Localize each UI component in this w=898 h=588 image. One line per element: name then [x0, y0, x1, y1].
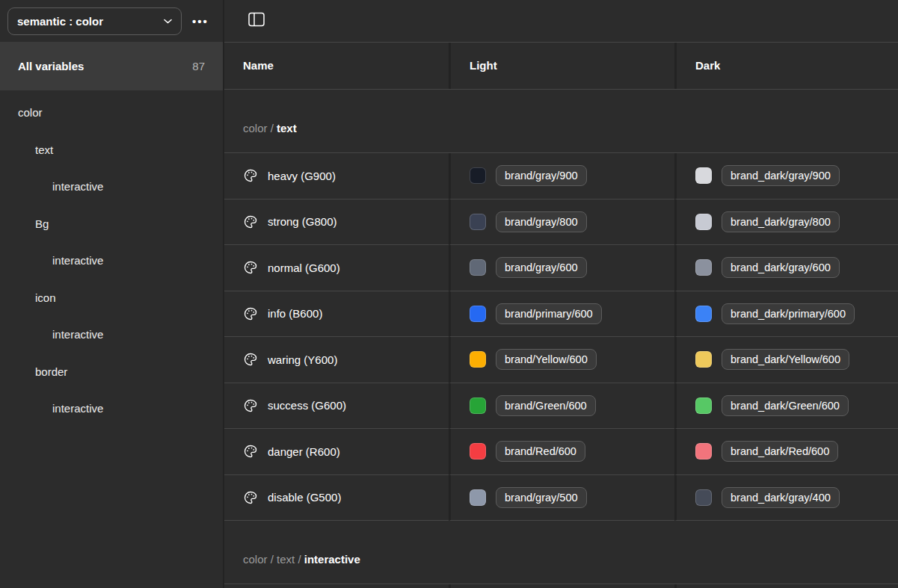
collection-selector[interactable]: semantic : color — [7, 7, 182, 35]
variable-row[interactable]: strong (G800) brand/gray/800 brand_dark/… — [224, 199, 898, 246]
light-value-cell[interactable]: brand/gray/600 — [449, 245, 674, 291]
section-breadcrumb: color / text — [243, 122, 297, 134]
dark-value-cell[interactable]: brand_dark/Red/600 — [674, 429, 898, 475]
light-chip[interactable]: brand/Red/600 — [496, 441, 585, 462]
light-value-cell[interactable]: brand/Red/600 — [449, 429, 674, 475]
variable-row[interactable]: info (B600) brand/primary/600 brand_dark… — [224, 291, 898, 338]
light-swatch[interactable] — [470, 443, 486, 459]
dark-value-cell[interactable]: brand_dark/gray/800 — [674, 199, 898, 246]
tree-item[interactable]: text — [0, 131, 223, 169]
dark-chip[interactable]: brand_dark/gray/600 — [722, 257, 840, 278]
name-cell[interactable]: info (B600) — [224, 291, 449, 338]
sidebar-layout-icon — [248, 12, 265, 29]
tree-item[interactable]: border — [0, 353, 223, 391]
name-cell[interactable]: disable (G500) — [224, 475, 449, 522]
dark-swatch[interactable] — [695, 306, 712, 322]
dark-swatch[interactable] — [695, 351, 712, 368]
tree-item-label: border — [35, 365, 67, 378]
dark-swatch[interactable] — [695, 167, 712, 184]
variable-row[interactable]: success (G600) brand/Green/600 brand_dar… — [224, 383, 898, 430]
section-breadcrumb: color / text / interactive — [243, 553, 360, 566]
variable-name: heavy (G900) — [268, 170, 336, 182]
dark-chip[interactable]: brand_dark/gray/800 — [722, 211, 840, 232]
tree-item[interactable]: interactive — [0, 316, 223, 353]
dark-value-cell[interactable]: brand_dark/gray/900 — [674, 153, 898, 199]
light-value-cell[interactable]: brand/gray/900 — [449, 153, 674, 199]
all-variables-label: All variables — [18, 60, 84, 72]
light-value-cell[interactable]: brand/primary/600 — [449, 291, 674, 338]
light-swatch[interactable] — [470, 489, 486, 506]
light-swatch[interactable] — [470, 259, 486, 276]
dark-swatch[interactable] — [695, 397, 712, 414]
name-cell[interactable]: waring (Y600) — [224, 337, 449, 383]
tree-item[interactable]: interactive — [0, 168, 223, 205]
name-cell[interactable]: heavy (G900) — [224, 153, 449, 199]
light-value-cell[interactable]: brand/Yellow/600 — [449, 337, 674, 383]
dark-value-cell[interactable]: brand_dark/primary/600 — [674, 291, 898, 338]
tree-item[interactable]: interactive — [0, 242, 223, 279]
variable-row[interactable]: normal (G600) brand/gray/600 brand_dark/… — [224, 245, 898, 291]
light-swatch[interactable] — [470, 351, 486, 368]
light-value-cell[interactable]: brand/gray/500 — [449, 475, 674, 522]
name-cell[interactable]: normal (G600) — [224, 245, 449, 291]
light-chip[interactable]: brand/gray/600 — [496, 257, 587, 278]
chevron-down-icon — [164, 19, 172, 24]
variable-name: disable (G500) — [268, 491, 341, 504]
light-chip[interactable]: brand/Green/600 — [496, 395, 596, 416]
light-value-cell[interactable]: brand/Green/600 — [449, 383, 674, 430]
color-variable-icon — [243, 352, 258, 367]
dark-chip[interactable]: brand_dark/Red/600 — [722, 441, 838, 462]
tree-item-label: color — [18, 106, 43, 119]
light-swatch[interactable] — [470, 214, 486, 230]
variable-row[interactable]: danger (R600) brand/Red/600 brand_dark/R… — [224, 429, 898, 475]
column-header-dark: Dark — [674, 43, 898, 89]
variable-name: normal (G600) — [268, 261, 340, 274]
variable-name: success (G600) — [268, 399, 346, 412]
light-swatch[interactable] — [470, 167, 486, 184]
light-value-cell[interactable]: brand/gray/800 — [449, 199, 674, 246]
dark-chip[interactable]: brand_dark/Yellow/600 — [722, 349, 849, 370]
tree-item[interactable]: Bg — [0, 205, 223, 243]
variable-tree: color text interactive Bg interactive ic… — [0, 94, 223, 427]
tree-item-label: interactive — [52, 402, 103, 415]
light-chip[interactable]: brand/primary/600 — [496, 303, 602, 324]
dark-value-cell[interactable]: brand_dark/gray/600 — [674, 245, 898, 291]
tree-item[interactable]: interactive — [0, 390, 223, 427]
name-cell[interactable]: success (G600) — [224, 383, 449, 430]
dark-value-cell[interactable]: brand_dark/Green/600 — [674, 383, 898, 430]
dark-swatch[interactable] — [695, 489, 712, 506]
dark-chip-label: brand_dark/primary/600 — [731, 308, 846, 320]
light-swatch[interactable] — [470, 306, 486, 322]
variable-name: danger (R600) — [268, 445, 340, 458]
table-header: Name Light Dark — [224, 42, 898, 90]
sidebar-toggle-button[interactable] — [245, 9, 268, 32]
tree-item[interactable]: color — [0, 94, 223, 131]
light-chip-label: brand/primary/600 — [505, 308, 593, 320]
variable-row[interactable]: waring (Y600) brand/Yellow/600 brand_dar… — [224, 337, 898, 383]
tree-item[interactable]: icon — [0, 279, 223, 317]
dark-swatch[interactable] — [695, 259, 712, 276]
dark-swatch[interactable] — [695, 214, 712, 230]
variable-row[interactable]: heavy (G900) brand/gray/900 brand_dark/g… — [224, 153, 898, 199]
name-cell[interactable]: strong (G800) — [224, 199, 449, 246]
dark-value-cell[interactable]: brand_dark/gray/400 — [674, 475, 898, 522]
light-swatch[interactable] — [470, 397, 486, 414]
sidebar-item-all-variables[interactable]: All variables 87 — [0, 42, 223, 90]
tree-item-label: interactive — [52, 254, 103, 267]
variable-row[interactable]: disable (G500) brand/gray/500 brand_dark… — [224, 475, 898, 522]
light-chip[interactable]: brand/gray/900 — [496, 165, 587, 186]
light-chip[interactable]: brand/gray/500 — [496, 487, 587, 508]
dark-swatch[interactable] — [695, 443, 712, 459]
dark-chip[interactable]: brand_dark/primary/600 — [722, 303, 855, 324]
light-chip[interactable]: brand/gray/800 — [496, 211, 587, 232]
dark-chip[interactable]: brand_dark/Green/600 — [722, 395, 849, 416]
dark-chip-label: brand_dark/Red/600 — [731, 445, 829, 457]
light-chip[interactable]: brand/Yellow/600 — [496, 349, 597, 370]
more-options-button[interactable]: ••• — [186, 10, 215, 32]
name-cell[interactable]: danger (R600) — [224, 429, 449, 475]
dark-chip[interactable]: brand_dark/gray/900 — [722, 165, 840, 186]
dark-chip-label: brand_dark/gray/800 — [731, 216, 831, 228]
dark-value-cell[interactable]: brand_dark/Yellow/600 — [674, 337, 898, 383]
dark-chip[interactable]: brand_dark/gray/400 — [722, 487, 840, 508]
tree-item-label: interactive — [52, 328, 103, 341]
